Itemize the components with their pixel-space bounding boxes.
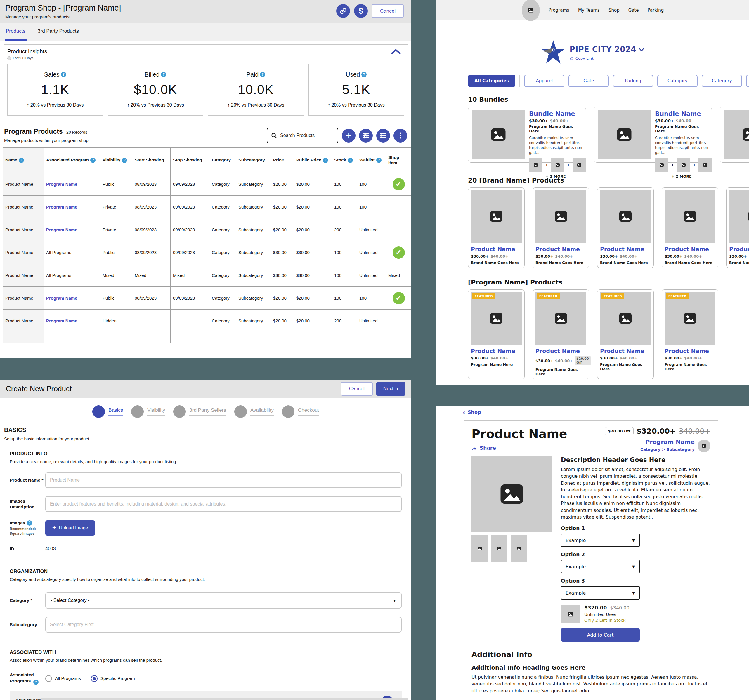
brand-name-dropdown[interactable]: PIPE CITY 2024 <box>570 45 644 54</box>
column-header-visibility[interactable]: Visibility? <box>100 148 132 173</box>
step-basics[interactable]: Basics <box>92 405 123 418</box>
step-checkout[interactable]: Checkout <box>282 405 319 418</box>
bundle-card[interactable]: Bundle Name$30.00+ $40.00+Program Name G… <box>720 107 749 163</box>
cancel-button[interactable]: Cancel <box>341 382 373 396</box>
category-pill-parking-3[interactable]: Parking <box>613 75 653 87</box>
link-button[interactable] <box>336 4 350 18</box>
program-link[interactable]: Program Name <box>46 227 77 232</box>
help-icon[interactable]: ? <box>348 158 353 163</box>
category-pill-category-6[interactable]: Category <box>746 75 749 87</box>
step-availability[interactable]: Availability <box>234 405 274 418</box>
column-header-name[interactable]: Name? <box>3 148 44 173</box>
table-row[interactable]: Product NameProgram NamePublic08/09/2023… <box>3 173 411 196</box>
nav-item-gate[interactable]: Gate <box>628 8 639 13</box>
subcategory-field[interactable] <box>45 617 402 633</box>
nav-item-shop[interactable]: Shop <box>608 8 620 13</box>
nav-item-programs[interactable]: Programs <box>549 8 569 13</box>
column-header-shop-item[interactable]: Shop Item <box>386 148 411 173</box>
option-select-option-1[interactable]: Example▼ <box>561 534 640 547</box>
help-icon[interactable]: ? <box>122 158 127 163</box>
column-header-start-showing[interactable]: Start Showing <box>132 148 171 173</box>
image-thumbnail[interactable] <box>471 535 488 561</box>
tab-products[interactable]: Products <box>5 23 27 41</box>
category-pill-apparel-1[interactable]: Apparel <box>524 75 564 87</box>
product-name-field[interactable] <box>45 472 402 488</box>
featured-product-card[interactable]: FEATUREDProduct Name$30.00+$40.00+$20.00… <box>532 290 589 379</box>
help-icon[interactable]: ? <box>260 72 265 77</box>
help-icon[interactable]: ? <box>361 72 367 77</box>
table-row[interactable]: Product NameProgram NamePrivate08/09/202… <box>3 196 411 218</box>
image-thumbnail[interactable] <box>491 535 507 561</box>
help-icon[interactable]: ? <box>27 520 32 526</box>
help-icon[interactable]: ? <box>33 680 38 685</box>
radio-all-programs[interactable]: All Programs <box>45 675 81 682</box>
column-header-associated-program[interactable]: Associated Program? <box>44 148 100 173</box>
share-link[interactable]: Share <box>471 445 567 452</box>
column-header-stop-showing[interactable]: Stop Showing <box>171 148 209 173</box>
program-link[interactable]: Program Name <box>46 318 77 323</box>
breadcrumb[interactable]: Category > Subcategory <box>640 447 695 452</box>
nav-avatar[interactable] <box>522 0 540 21</box>
nav-item-parking[interactable]: Parking <box>648 8 664 13</box>
column-header-price[interactable]: Price <box>271 148 294 173</box>
column-header-stock[interactable]: Stock? <box>332 148 357 173</box>
help-icon[interactable]: ? <box>161 72 166 77</box>
cancel-button[interactable]: Cancel <box>372 4 404 18</box>
help-icon[interactable]: ? <box>323 158 328 163</box>
category-pill-gate-2[interactable]: Gate <box>569 75 609 87</box>
table-row[interactable]: Product NameAll ProgramsMixedMixedMixedC… <box>3 264 411 287</box>
step-3rd-party-sellers[interactable]: 3rd Party Sellers <box>173 405 226 418</box>
featured-product-card[interactable]: FEATUREDProduct Name$30.00+$40.00+Progra… <box>468 290 525 379</box>
add-product-button[interactable]: + <box>342 129 356 142</box>
featured-product-card[interactable]: FEATUREDProduct Name$30.00+$40.00+Progra… <box>597 290 654 379</box>
column-header-subcategory[interactable]: Subcategory <box>236 148 271 173</box>
images-description-field[interactable] <box>45 496 402 512</box>
help-icon[interactable]: ? <box>376 158 382 163</box>
upload-image-button[interactable]: + Upload Image <box>45 520 95 535</box>
column-header-category[interactable]: Category <box>209 148 236 173</box>
add-to-cart-button[interactable]: Add to Cart <box>561 628 640 642</box>
product-card[interactable]: Product Name$30.00+$40.00+Brand Name Goe… <box>468 188 525 268</box>
help-icon[interactable]: ? <box>19 158 24 163</box>
option-select-option-2[interactable]: Example▼ <box>561 560 640 573</box>
product-card[interactable]: Product Name$30.00+$40.00+Brand Name Goe… <box>597 188 654 268</box>
product-card[interactable]: Product Name$30.00+$40.00+Brand Name Goe… <box>662 188 718 268</box>
pricing-button[interactable]: $ <box>354 4 368 18</box>
table-row[interactable]: Product NameProgram NamePublic08/09/2023… <box>3 287 411 310</box>
search-input[interactable] <box>280 133 326 139</box>
next-button[interactable]: Next › <box>376 382 405 396</box>
last-30-days-toggle[interactable]: Last 30 Days <box>7 56 404 60</box>
help-icon[interactable]: ? <box>90 158 96 163</box>
copy-link[interactable]: Copy Link <box>570 56 644 61</box>
product-card[interactable]: Product Name$30.00+$40.00+Brand Name Goe… <box>726 188 749 268</box>
table-row[interactable]: Product NameProgram NamePrivate08/09/202… <box>3 218 411 241</box>
featured-product-card[interactable]: FEATUREDProduct Name$30.00+$40.00+Progra… <box>662 290 718 379</box>
category-select[interactable]: - Select Category - ▼ <box>45 592 402 608</box>
category-pill-all-categories-0[interactable]: All Categories <box>468 75 515 87</box>
program-link[interactable]: Program Name <box>46 181 77 187</box>
bundle-card[interactable]: Bundle Name$30.00+ $40.00+Program Name G… <box>468 107 586 163</box>
option-select-option-3[interactable]: Example▼ <box>561 586 640 599</box>
help-icon[interactable]: ? <box>61 72 66 77</box>
program-link[interactable]: Program Name <box>46 204 77 209</box>
filter-button[interactable] <box>359 129 373 142</box>
table-row[interactable]: Product NameAll ProgramsPublic08/09/2023… <box>3 241 411 264</box>
more-options-button[interactable] <box>393 129 407 142</box>
product-card[interactable]: Product Name$30.00+$40.00+Brand Name Goe… <box>532 188 589 268</box>
nav-item-my-teams[interactable]: My Teams <box>578 8 600 13</box>
radio-specific-program[interactable]: Specific Program <box>91 675 135 682</box>
column-header-public-price[interactable]: Public Price? <box>294 148 332 173</box>
step-visibility[interactable]: Visibility <box>131 405 165 418</box>
collapse-button[interactable] <box>391 49 401 55</box>
back-to-shop-link[interactable]: ‹ Shop <box>463 409 749 416</box>
program-link[interactable]: Program Name <box>640 438 695 445</box>
tab-3rd-party-products[interactable]: 3rd Party Products <box>37 23 80 41</box>
list-view-button[interactable] <box>376 129 390 142</box>
table-row[interactable]: Product NameProgram NameHiddenCategorySu… <box>3 310 411 332</box>
category-pill-category-4[interactable]: Category <box>657 75 698 87</box>
column-header-waitlist[interactable]: Waitlist? <box>357 148 386 173</box>
bundle-card[interactable]: Bundle Name$30.00+ $40.00+Program Name G… <box>594 107 712 163</box>
program-link[interactable]: Program Name <box>46 296 77 300</box>
category-pill-category-5[interactable]: Category <box>702 75 742 87</box>
image-thumbnail[interactable] <box>511 535 527 561</box>
